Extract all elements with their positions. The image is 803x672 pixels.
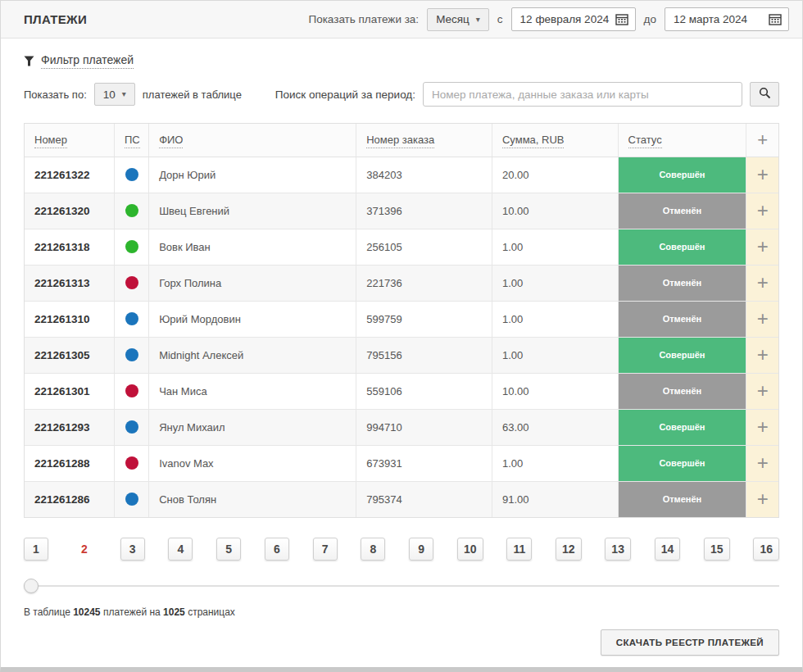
amount: 10.00	[492, 193, 618, 229]
page-button-3[interactable]: 3	[120, 538, 145, 561]
order-number: 994710	[356, 409, 492, 445]
row-expand-button[interactable]: +	[746, 229, 778, 265]
row-expand-button[interactable]: +	[746, 338, 778, 373]
date-from-input[interactable]: 12 февраля 2024	[511, 7, 636, 31]
row-expand-button[interactable]: +	[746, 302, 778, 337]
status-badge: Отменён	[619, 374, 746, 409]
download-registry-button[interactable]: СКАЧАТЬ РЕЕСТР ПЛАТЕЖЕЙ	[601, 629, 779, 656]
status-badge: Совершён	[619, 338, 746, 373]
date-to-input[interactable]: 12 марта 2024	[665, 7, 789, 31]
table-summary: В таблице 10245 платежей на 1025 страниц…	[24, 606, 779, 618]
table-row: 221261313 Горх Полина 221736 1.00 Отменё…	[25, 265, 778, 301]
status-badge: Совершён	[619, 446, 746, 481]
summary-suffix: страницах	[188, 606, 235, 618]
status-badge: Совершён	[619, 410, 746, 445]
table-row: 221261310 Юрий Мордовин 599759 1.00 Отме…	[25, 301, 778, 337]
period-select[interactable]: Месяц ▾	[427, 8, 489, 31]
row-expand-button[interactable]: +	[746, 482, 778, 517]
order-number: 221736	[356, 265, 492, 301]
column-header-amount[interactable]: Сумма, RUB	[502, 134, 565, 148]
payer-name: Вовк Иван	[149, 229, 356, 265]
order-number: 795156	[356, 337, 492, 373]
page-button-1[interactable]: 1	[24, 538, 48, 561]
row-expand-button[interactable]: +	[746, 266, 778, 301]
date-to-value: 12 марта 2024	[674, 13, 747, 25]
row-expand-button[interactable]: +	[746, 374, 778, 409]
per-page-label: Показать по:	[24, 89, 87, 101]
page-button-11[interactable]: 11	[506, 538, 532, 561]
amount: 63.00	[492, 409, 618, 445]
payer-name: Швец Евгений	[149, 193, 356, 229]
per-page-suffix: платежей в таблице	[143, 89, 242, 101]
payment-number: 221261313	[25, 265, 114, 301]
column-header-order[interactable]: Номер заказа	[366, 134, 434, 148]
period-label: Показать платежи за:	[308, 13, 419, 25]
calendar-icon[interactable]	[769, 13, 782, 25]
page-button-4[interactable]: 4	[168, 538, 193, 561]
chevron-down-icon: ▾	[122, 90, 126, 98]
status-badge: Отменён	[619, 193, 746, 229]
payment-number: 221261310	[25, 301, 114, 337]
page-button-10[interactable]: 10	[457, 538, 483, 561]
period-controls: Показать платежи за: Месяц ▾ с 12 феврал…	[308, 7, 789, 31]
chevron-down-icon: ▾	[476, 16, 480, 24]
slider-handle[interactable]	[24, 579, 39, 593]
table-row: 221261293 Янул Михаил 994710 63.00 Совер…	[25, 409, 778, 445]
search-input[interactable]	[423, 82, 742, 107]
amount: 20.00	[492, 157, 618, 193]
slider-track[interactable]	[24, 585, 779, 587]
pages-count: 1025	[163, 606, 185, 618]
search-button[interactable]	[750, 82, 779, 107]
row-expand-button[interactable]: +	[746, 193, 778, 229]
order-number: 795374	[356, 481, 492, 517]
payer-name: Чан Миса	[149, 373, 356, 409]
column-header-name[interactable]: ФИО	[159, 134, 183, 148]
page-button-15[interactable]: 15	[704, 538, 730, 561]
payment-system-dot	[125, 348, 138, 361]
page-button-5[interactable]: 5	[216, 538, 241, 561]
date-from-value: 12 февраля 2024	[520, 13, 610, 25]
table-header-row: Номер ПС ФИО Номер заказа Сумма, RUB Ста…	[25, 124, 778, 157]
payments-page: ПЛАТЕЖИ Показать платежи за: Месяц ▾ с 1…	[0, 0, 803, 672]
payment-system-dot	[125, 456, 138, 470]
filter-row: Фильтр платежей	[1, 39, 802, 69]
payment-system-dot	[125, 384, 138, 397]
table-row: 221261320 Швец Евгений 371396 10.00 Отме…	[25, 193, 778, 229]
page-button-8[interactable]: 8	[361, 538, 385, 561]
per-page-value: 10	[103, 89, 116, 101]
filter-funnel-icon	[24, 56, 34, 66]
page-button-9[interactable]: 9	[409, 538, 433, 561]
payment-system-dot	[125, 168, 138, 181]
payment-number: 221261305	[25, 337, 114, 373]
status-badge: Совершён	[619, 229, 746, 265]
page-button-12[interactable]: 12	[556, 538, 582, 561]
payer-name: Дорн Юрий	[149, 157, 356, 193]
page-button-2[interactable]: 2	[72, 538, 97, 561]
calendar-icon[interactable]	[615, 13, 628, 25]
page-button-16[interactable]: 16	[753, 538, 779, 561]
page-slider	[24, 579, 779, 593]
per-page-select[interactable]: 10 ▾	[94, 83, 135, 106]
amount: 91.00	[492, 481, 618, 517]
table-body: 221261322 Дорн Юрий 384203 20.00 Совершё…	[25, 157, 778, 517]
page-button-14[interactable]: 14	[655, 538, 681, 561]
payment-system-dot	[125, 276, 138, 289]
amount: 1.00	[492, 301, 618, 337]
row-expand-button[interactable]: +	[746, 446, 778, 481]
row-expand-button[interactable]: +	[746, 157, 778, 193]
page-button-13[interactable]: 13	[605, 538, 631, 561]
add-column-button[interactable]: +	[757, 131, 768, 149]
page-button-7[interactable]: 7	[313, 538, 338, 561]
search-icon	[759, 87, 771, 102]
filter-payments-link[interactable]: Фильтр платежей	[41, 53, 134, 69]
payment-number: 221261293	[25, 409, 114, 445]
column-header-payment-system[interactable]: ПС	[125, 134, 140, 148]
payment-number: 221261286	[25, 481, 114, 517]
row-expand-button[interactable]: +	[746, 410, 778, 445]
column-header-number[interactable]: Номер	[34, 134, 67, 148]
payment-system-dot	[125, 312, 138, 325]
table-row: 221261286 Снов Толян 795374 91.00 Отменё…	[25, 481, 778, 517]
column-header-status[interactable]: Статус	[628, 134, 662, 148]
page-button-6[interactable]: 6	[265, 538, 289, 561]
status-badge: Отменён	[619, 482, 746, 517]
